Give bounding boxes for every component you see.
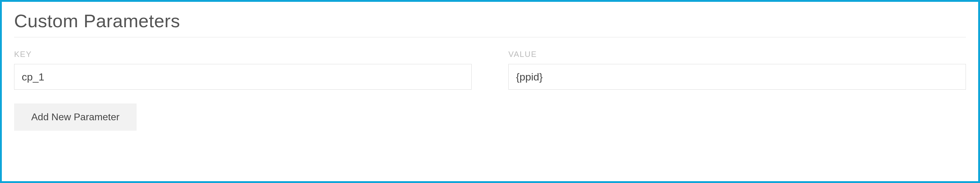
custom-parameters-panel: Custom Parameters KEY VALUE Add New Para…	[0, 0, 980, 183]
parameter-row: KEY VALUE	[14, 49, 966, 90]
add-new-parameter-button[interactable]: Add New Parameter	[14, 103, 137, 130]
section-title: Custom Parameters	[14, 10, 966, 32]
value-input[interactable]	[508, 64, 966, 90]
key-label: KEY	[14, 49, 472, 59]
value-label: VALUE	[508, 49, 966, 59]
title-divider	[14, 37, 966, 37]
key-input[interactable]	[14, 64, 472, 90]
key-field-group: KEY	[14, 49, 472, 90]
value-field-group: VALUE	[508, 49, 966, 90]
